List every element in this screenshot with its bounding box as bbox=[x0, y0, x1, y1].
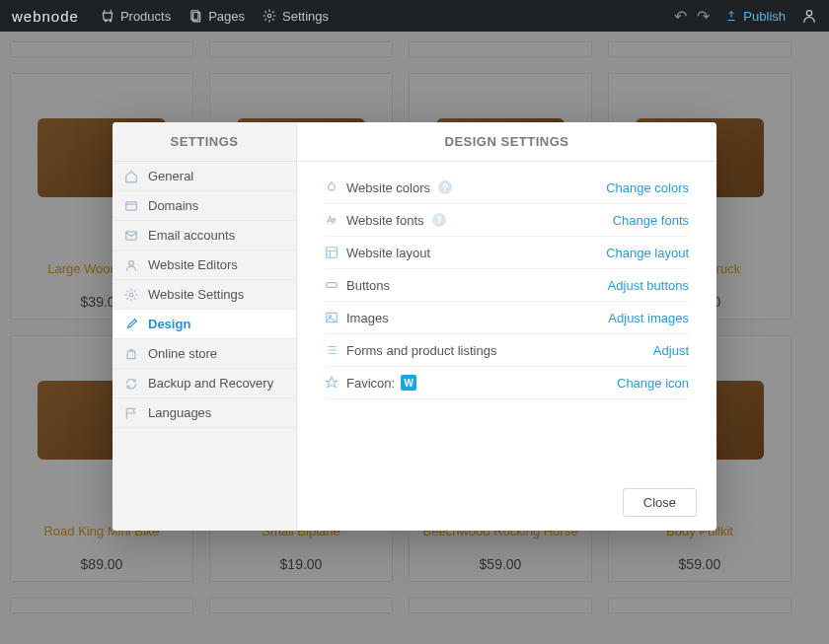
setting-label: Website layout bbox=[346, 246, 430, 260]
gear-icon bbox=[263, 9, 276, 23]
flag-icon bbox=[124, 406, 138, 420]
help-icon[interactable]: ? bbox=[438, 180, 452, 194]
setting-label: Forms and product listings bbox=[346, 343, 496, 358]
sidebar-item-label: Website Editors bbox=[148, 257, 238, 272]
svg-rect-11 bbox=[327, 283, 338, 288]
main-title: DESIGN SETTINGS bbox=[297, 122, 716, 162]
action-adjust-buttons[interactable]: Adjust buttons bbox=[608, 278, 689, 293]
nav-settings[interactable]: Settings bbox=[263, 9, 329, 24]
setting-row-favicon: Favicon: W Change icon bbox=[325, 367, 689, 399]
svg-point-8 bbox=[129, 260, 134, 265]
sidebar-item-domains[interactable]: Domains bbox=[113, 191, 296, 221]
redo-icon[interactable]: ↷ bbox=[697, 7, 710, 26]
gear-icon bbox=[124, 288, 138, 302]
svg-point-9 bbox=[129, 293, 133, 297]
setting-row-colors: Website colors ? Change colors bbox=[325, 172, 689, 204]
sidebar-item-email[interactable]: Email accounts bbox=[113, 221, 296, 250]
nav-pages[interactable]: Pages bbox=[188, 9, 245, 24]
setting-label: Favicon: bbox=[346, 376, 395, 391]
sidebar-item-label: Design bbox=[148, 317, 190, 331]
sidebar-item-website-settings[interactable]: Website Settings bbox=[113, 280, 296, 310]
close-button[interactable]: Close bbox=[623, 488, 697, 517]
setting-label: Website fonts bbox=[346, 213, 424, 228]
top-bar: webnode Products Pages Settings ↶ ↷ Publ… bbox=[0, 0, 829, 32]
settings-modal: SETTINGS General Domains Email accounts … bbox=[113, 122, 716, 531]
action-change-icon[interactable]: Change icon bbox=[617, 376, 689, 391]
brush-icon bbox=[124, 318, 138, 331]
setting-row-forms: Forms and product listings Adjust bbox=[325, 334, 689, 367]
sidebar-item-backup[interactable]: Backup and Recovery bbox=[113, 369, 296, 398]
sidebar-item-label: Languages bbox=[148, 405, 211, 420]
list-icon bbox=[325, 343, 339, 357]
favicon-preview: W bbox=[401, 375, 416, 391]
svg-point-5 bbox=[806, 11, 811, 16]
button-icon bbox=[325, 278, 339, 292]
nav-pages-label: Pages bbox=[208, 9, 245, 24]
sidebar-item-general[interactable]: General bbox=[113, 162, 296, 191]
sidebar-item-label: Backup and Recovery bbox=[148, 376, 273, 391]
svg-point-1 bbox=[110, 21, 111, 22]
refresh-icon bbox=[124, 377, 138, 391]
layout-icon bbox=[325, 246, 339, 259]
svg-rect-6 bbox=[126, 201, 137, 209]
top-nav: Products Pages Settings bbox=[101, 9, 329, 24]
bag-icon bbox=[124, 347, 138, 361]
home-icon bbox=[124, 170, 138, 183]
nav-products-label: Products bbox=[120, 9, 171, 24]
action-adjust-images[interactable]: Adjust images bbox=[608, 311, 689, 325]
publish-label: Publish bbox=[743, 9, 786, 24]
sidebar-item-label: Website Settings bbox=[148, 287, 244, 302]
action-change-fonts[interactable]: Change fonts bbox=[613, 213, 689, 228]
sidebar-item-label: Domains bbox=[148, 198, 198, 213]
setting-label: Images bbox=[346, 311, 389, 325]
settings-sidebar: SETTINGS General Domains Email accounts … bbox=[113, 122, 297, 531]
mail-icon bbox=[124, 229, 138, 243]
publish-button[interactable]: Publish bbox=[725, 9, 786, 24]
drop-icon bbox=[325, 180, 339, 194]
sidebar-item-label: General bbox=[148, 169, 193, 183]
setting-label: Website colors bbox=[346, 180, 430, 195]
setting-label: Buttons bbox=[346, 278, 390, 293]
action-change-colors[interactable]: Change colors bbox=[606, 180, 689, 195]
pages-icon bbox=[188, 9, 202, 23]
help-icon[interactable]: ? bbox=[432, 213, 446, 227]
image-icon bbox=[325, 311, 339, 324]
star-icon bbox=[325, 376, 339, 390]
action-change-layout[interactable]: Change layout bbox=[606, 246, 689, 260]
setting-row-images: Images Adjust images bbox=[325, 302, 689, 334]
sidebar-item-label: Online store bbox=[148, 346, 217, 361]
font-icon bbox=[325, 213, 339, 227]
setting-row-layout: Website layout Change layout bbox=[325, 237, 689, 269]
user-icon bbox=[124, 258, 138, 272]
svg-point-0 bbox=[106, 21, 107, 22]
undo-icon[interactable]: ↶ bbox=[674, 7, 687, 26]
sidebar-item-design[interactable]: Design bbox=[113, 310, 296, 339]
svg-point-4 bbox=[267, 14, 271, 18]
logo: webnode bbox=[12, 8, 79, 25]
user-icon[interactable] bbox=[801, 8, 817, 24]
upload-icon bbox=[725, 10, 737, 22]
sidebar-title: SETTINGS bbox=[113, 122, 296, 162]
domain-icon bbox=[124, 199, 138, 213]
sidebar-item-editors[interactable]: Website Editors bbox=[113, 250, 296, 280]
sidebar-item-languages[interactable]: Languages bbox=[113, 398, 296, 428]
sidebar-item-online-store[interactable]: Online store bbox=[113, 339, 296, 369]
action-adjust-forms[interactable]: Adjust bbox=[653, 343, 689, 358]
settings-main: DESIGN SETTINGS Website colors ? Change … bbox=[297, 122, 716, 531]
cart-icon bbox=[101, 9, 114, 23]
setting-row-buttons: Buttons Adjust buttons bbox=[325, 269, 689, 302]
svg-rect-10 bbox=[327, 248, 338, 258]
sidebar-item-label: Email accounts bbox=[148, 228, 235, 243]
nav-settings-label: Settings bbox=[282, 9, 329, 24]
setting-row-fonts: Website fonts ? Change fonts bbox=[325, 204, 689, 237]
nav-products[interactable]: Products bbox=[101, 9, 171, 24]
